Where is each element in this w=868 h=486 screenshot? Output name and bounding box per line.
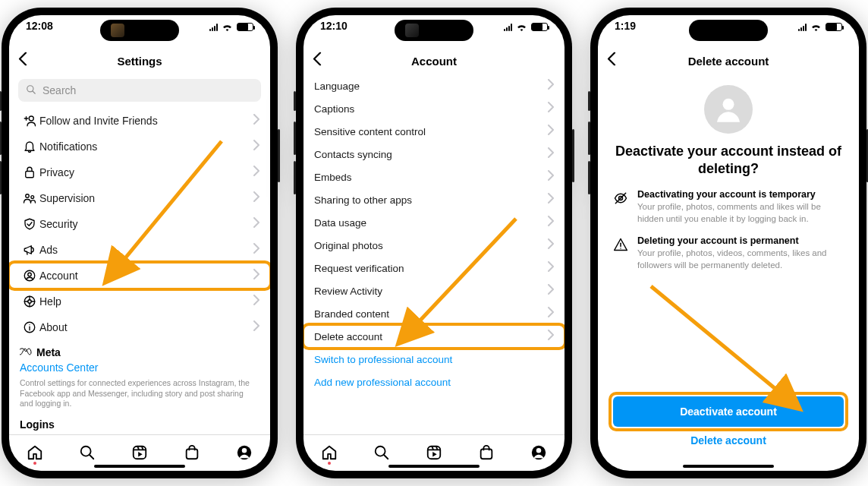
tab-shop[interactable] xyxy=(477,443,495,462)
svg-rect-38 xyxy=(480,449,492,459)
svg-point-16 xyxy=(24,322,35,333)
page-title: Account xyxy=(411,55,457,68)
svg-point-8 xyxy=(24,270,35,281)
supervision-icon xyxy=(20,191,39,205)
row-label: Captions xyxy=(314,103,548,115)
bell-icon xyxy=(20,140,39,153)
account-row-11[interactable]: Delete account xyxy=(303,325,565,348)
account-icon xyxy=(20,269,39,282)
tab-profile[interactable] xyxy=(530,443,548,462)
svg-line-32 xyxy=(384,454,388,459)
chevron-right-icon xyxy=(253,320,259,334)
svg-point-18 xyxy=(29,324,30,325)
svg-point-7 xyxy=(31,196,34,199)
account-link-0[interactable]: Switch to professional account xyxy=(303,348,565,371)
chevron-right-icon xyxy=(253,166,259,179)
tab-reels[interactable] xyxy=(131,443,149,462)
nav-header: Delete account xyxy=(598,47,859,74)
accounts-center-link[interactable]: Accounts Center xyxy=(20,361,259,374)
account-row-0[interactable]: Language xyxy=(303,74,565,97)
home-indicator xyxy=(683,465,774,468)
back-button[interactable] xyxy=(18,52,27,70)
wifi-icon xyxy=(222,23,233,31)
svg-point-31 xyxy=(376,446,385,456)
chevron-right-icon xyxy=(253,295,259,308)
meta-brand-label: Meta xyxy=(36,346,61,358)
eye-off-icon xyxy=(613,191,630,225)
svg-line-1 xyxy=(33,90,36,93)
delete-headline: Deactivate your account instead of delet… xyxy=(613,143,844,177)
row-label: Contacts syncing xyxy=(314,149,548,160)
settings-row-account[interactable]: Account xyxy=(9,263,270,289)
account-link-1[interactable]: Add new professional account xyxy=(303,371,565,393)
row-label: About xyxy=(39,321,253,333)
search-input[interactable]: Search xyxy=(18,79,261,102)
row-label: Account xyxy=(39,270,253,282)
status-indicators xyxy=(504,23,548,31)
account-row-9[interactable]: Review Activity xyxy=(303,279,565,302)
back-button[interactable] xyxy=(313,52,322,70)
delete-account-button[interactable]: Delete account xyxy=(613,427,844,454)
svg-point-47 xyxy=(620,248,621,248)
phone-account: 12:10 Account Language Captions xyxy=(296,8,572,478)
svg-point-4 xyxy=(29,116,33,121)
account-row-7[interactable]: Original photos xyxy=(303,234,565,257)
search-placeholder: Search xyxy=(42,84,76,96)
settings-row-help[interactable]: Help xyxy=(9,289,270,314)
tab-shop[interactable] xyxy=(183,443,201,462)
account-row-2[interactable]: Sensitive content control xyxy=(303,120,565,143)
help-icon xyxy=(20,295,39,308)
svg-point-19 xyxy=(81,446,91,456)
settings-row-lock[interactable]: Privacy xyxy=(9,159,270,185)
nav-header: Account xyxy=(303,47,565,74)
chevron-right-icon xyxy=(548,170,554,184)
account-row-4[interactable]: Embeds xyxy=(303,166,565,188)
tab-home[interactable] xyxy=(26,443,44,462)
settings-row-supervision[interactable]: Supervision xyxy=(9,185,270,211)
account-row-6[interactable]: Data usage xyxy=(303,211,565,234)
link-label: Switch to professional account xyxy=(314,354,554,365)
tab-search[interactable] xyxy=(78,443,96,462)
row-label: Request verification xyxy=(314,263,548,274)
home-indicator xyxy=(94,465,185,468)
wifi-icon xyxy=(516,23,527,31)
notification-dot-icon xyxy=(328,462,331,465)
tab-home[interactable] xyxy=(320,443,338,462)
chevron-right-icon xyxy=(548,125,554,138)
status-indicators xyxy=(798,23,842,31)
settings-row-megaphone[interactable]: Ads xyxy=(9,237,270,263)
tab-search[interactable] xyxy=(373,443,391,462)
svg-point-0 xyxy=(27,85,33,91)
meta-section: Meta Accounts Center Control settings fo… xyxy=(9,340,270,411)
wifi-icon xyxy=(810,23,822,31)
svg-point-39 xyxy=(531,445,545,459)
settings-row-shield[interactable]: Security xyxy=(9,211,270,237)
row-label: Notifications xyxy=(39,140,253,153)
deactivate-button[interactable]: Deactivate account xyxy=(613,396,844,427)
row-label: Data usage xyxy=(314,217,548,229)
tab-reels[interactable] xyxy=(425,443,443,462)
settings-row-add-user[interactable]: Follow and Invite Friends xyxy=(9,108,270,134)
chevron-right-icon xyxy=(548,284,554,298)
cellular-bars-icon xyxy=(798,24,807,31)
account-row-5[interactable]: Sharing to other apps xyxy=(303,188,565,211)
tab-profile[interactable] xyxy=(235,443,253,462)
account-row-3[interactable]: Contacts syncing xyxy=(303,143,565,166)
lock-icon xyxy=(20,166,39,179)
account-row-1[interactable]: Captions xyxy=(303,97,565,120)
svg-point-44 xyxy=(619,197,623,200)
account-row-8[interactable]: Request verification xyxy=(303,257,565,279)
account-row-10[interactable]: Branded content xyxy=(303,302,565,325)
svg-rect-21 xyxy=(134,446,146,459)
chevron-right-icon xyxy=(548,216,554,229)
warn-icon xyxy=(613,237,630,271)
back-button[interactable] xyxy=(607,52,616,70)
battery-icon xyxy=(237,23,253,31)
svg-point-10 xyxy=(24,296,35,307)
settings-row-bell[interactable]: Notifications xyxy=(9,134,270,159)
settings-row-info[interactable]: About xyxy=(9,314,270,340)
avatar-placeholder-icon xyxy=(704,85,753,134)
svg-marker-25 xyxy=(138,452,143,456)
info-head: Deleting your account is permanent xyxy=(637,235,844,246)
chevron-right-icon xyxy=(548,330,554,343)
